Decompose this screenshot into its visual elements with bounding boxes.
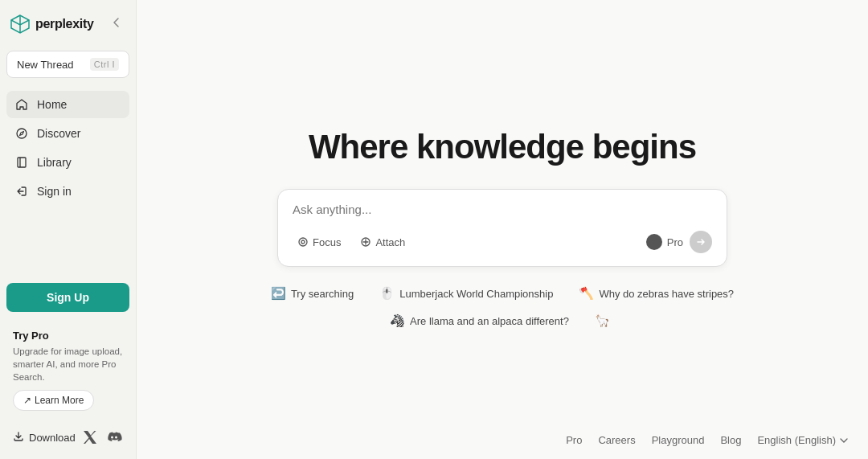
logo-icon bbox=[10, 14, 31, 35]
sidebar-item-signin[interactable]: Sign in bbox=[6, 178, 129, 205]
sidebar-nav: Home Discover Library bbox=[6, 91, 129, 207]
pro-label: Pro bbox=[667, 236, 683, 248]
sidebar-item-discover-label: Discover bbox=[37, 127, 80, 140]
focus-label: Focus bbox=[313, 236, 341, 248]
search-actions-right: Pro bbox=[646, 231, 712, 253]
try-pro-section: Try Pro Upgrade for image upload, smarte… bbox=[6, 322, 129, 419]
download-icon bbox=[13, 431, 24, 445]
compass-icon bbox=[14, 126, 29, 141]
zebra-icon: 🦓 bbox=[390, 314, 405, 328]
alpaca-icon: 🦙 bbox=[595, 314, 610, 328]
learn-more-label: Learn More bbox=[35, 395, 84, 406]
sidebar-item-library[interactable]: Library bbox=[6, 149, 129, 176]
footer-link-blog[interactable]: Blog bbox=[720, 434, 741, 446]
focus-icon bbox=[297, 236, 309, 248]
social-icons bbox=[81, 428, 123, 446]
footer-link-careers[interactable]: Careers bbox=[598, 434, 635, 446]
learn-more-button[interactable]: ↗ Learn More bbox=[13, 390, 94, 411]
suggestion-mousetraps-label: Lumberjack World Championship bbox=[399, 288, 553, 300]
try-searching-icon: ↩️ bbox=[271, 286, 286, 301]
hero-title: Where knowledge begins bbox=[309, 128, 696, 166]
footer-link-pro[interactable]: Pro bbox=[566, 434, 582, 446]
main-content: Where knowledge begins Focus Attach bbox=[137, 0, 868, 459]
sidebar-item-signin-label: Sign in bbox=[37, 185, 72, 198]
search-actions-left: Focus Attach bbox=[293, 233, 410, 252]
sidebar-item-discover[interactable]: Discover bbox=[6, 120, 129, 147]
attach-icon bbox=[360, 236, 371, 248]
new-thread-button[interactable]: New Thread Ctrl I bbox=[6, 51, 129, 78]
lumberjack-icon: 🪓 bbox=[579, 286, 594, 301]
search-input[interactable] bbox=[293, 203, 712, 216]
suggestions-row-2: 🦓 Are llama and an alpaca different? 🦙 bbox=[383, 310, 621, 331]
new-thread-shortcut: Ctrl I bbox=[90, 58, 119, 71]
svg-point-3 bbox=[301, 240, 305, 244]
sidebar-item-home-label: Home bbox=[37, 98, 67, 111]
suggestion-lumberjack[interactable]: 🪓 Why do zebras have stripes? bbox=[572, 283, 740, 304]
submit-button[interactable] bbox=[690, 231, 712, 253]
pro-dot bbox=[646, 234, 662, 250]
learn-more-arrow-icon: ↗ bbox=[23, 395, 31, 406]
search-toolbar: Focus Attach Pro bbox=[293, 231, 712, 253]
twitter-x-icon[interactable] bbox=[81, 428, 99, 446]
focus-button[interactable]: Focus bbox=[293, 233, 346, 252]
book-icon bbox=[14, 155, 29, 170]
attach-button[interactable]: Attach bbox=[355, 233, 410, 252]
suggestion-try-searching-label: Try searching bbox=[291, 288, 354, 300]
download-link[interactable]: Download bbox=[13, 431, 76, 445]
svg-rect-1 bbox=[18, 158, 26, 167]
suggestions-row-1: ↩️ Try searching 🖱️ Lumberjack World Cha… bbox=[264, 283, 740, 304]
suggestion-try-searching[interactable]: ↩️ Try searching bbox=[264, 283, 360, 304]
suggestion-alpaca[interactable]: 🦙 bbox=[588, 310, 621, 331]
page-footer: Pro Careers Playground Blog English (Eng… bbox=[566, 434, 849, 446]
sidebar-item-library-label: Library bbox=[37, 156, 72, 169]
mousetrap-icon: 🖱️ bbox=[379, 286, 395, 301]
try-pro-title: Try Pro bbox=[13, 330, 123, 342]
discord-icon[interactable] bbox=[105, 428, 123, 446]
home-icon bbox=[14, 97, 29, 112]
sidebar-bottom: Sign Up Try Pro Upgrade for image upload… bbox=[6, 277, 129, 449]
sidebar-header: perplexity bbox=[6, 10, 129, 38]
suggestions: ↩️ Try searching 🖱️ Lumberjack World Cha… bbox=[264, 283, 740, 331]
footer-language-selector[interactable]: English (English) bbox=[757, 434, 849, 446]
svg-point-2 bbox=[299, 238, 307, 246]
signin-icon bbox=[14, 184, 29, 199]
sidebar: perplexity New Thread Ctrl I Home bbox=[0, 0, 137, 459]
suggestion-lumberjack-label: Why do zebras have stripes? bbox=[599, 288, 734, 300]
try-pro-description: Upgrade for image upload, smarter AI, an… bbox=[13, 345, 123, 383]
pro-indicator[interactable]: Pro bbox=[646, 234, 683, 250]
suggestion-zebras-label: Are llama and an alpaca different? bbox=[410, 315, 569, 327]
chevron-down-icon bbox=[839, 436, 849, 445]
suggestion-mousetraps[interactable]: 🖱️ Lumberjack World Championship bbox=[373, 283, 559, 304]
collapse-button[interactable] bbox=[107, 13, 126, 35]
logo: perplexity bbox=[10, 14, 94, 35]
submit-arrow-icon bbox=[695, 236, 706, 248]
download-label: Download bbox=[29, 432, 76, 444]
sidebar-footer: Download bbox=[6, 425, 129, 449]
footer-language-label: English (English) bbox=[757, 434, 836, 446]
new-thread-label: New Thread bbox=[17, 59, 74, 71]
svg-point-0 bbox=[17, 129, 27, 138]
search-box: Focus Attach Pro bbox=[277, 189, 727, 267]
suggestion-zebras[interactable]: 🦓 Are llama and an alpaca different? bbox=[383, 310, 575, 331]
logo-text: perplexity bbox=[35, 17, 94, 31]
attach-label: Attach bbox=[375, 236, 405, 248]
sign-up-button[interactable]: Sign Up bbox=[6, 283, 129, 312]
footer-link-playground[interactable]: Playground bbox=[652, 434, 705, 446]
sidebar-item-home[interactable]: Home bbox=[6, 91, 129, 118]
